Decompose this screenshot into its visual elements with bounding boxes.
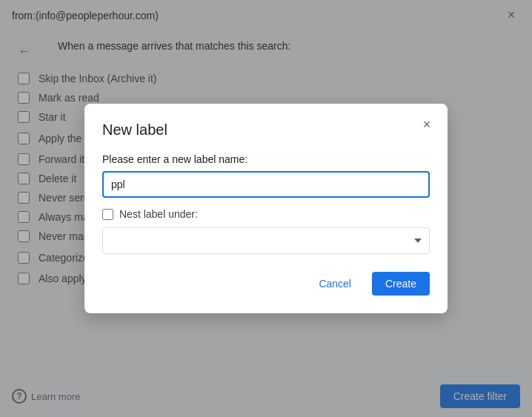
modal-actions: Cancel Create (102, 272, 430, 296)
modal-title: New label (102, 121, 430, 139)
nest-label-dropdown[interactable] (102, 227, 430, 254)
nest-label-text: Nest label under: (119, 208, 198, 220)
cancel-button[interactable]: Cancel (307, 272, 363, 296)
new-label-modal: × New label Please enter a new label nam… (84, 104, 448, 313)
modal-overlay: × New label Please enter a new label nam… (0, 0, 532, 417)
label-prompt: Please enter a new label name: (102, 153, 430, 165)
label-name-input[interactable] (102, 171, 430, 198)
nest-label-row: Nest label under: (102, 208, 430, 220)
nest-label-checkbox[interactable] (102, 209, 113, 220)
modal-close-button[interactable]: × (416, 114, 437, 135)
create-button[interactable]: Create (372, 272, 430, 296)
